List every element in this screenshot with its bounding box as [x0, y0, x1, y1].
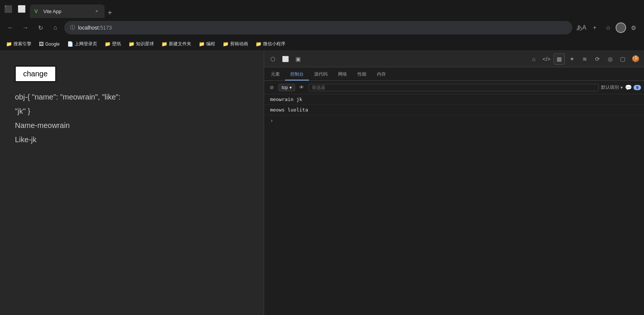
- bookmark-icon: 📁: [105, 41, 111, 47]
- tab-close-button[interactable]: ×: [93, 8, 100, 15]
- source-icon[interactable]: </>: [541, 53, 552, 65]
- context-selector[interactable]: top ▾: [278, 84, 295, 91]
- bookmark-label: 微信小程序: [263, 41, 285, 47]
- bookmark-label: 新建文件夹: [169, 41, 191, 47]
- devtools-tab-源代码[interactable]: 源代码: [309, 69, 333, 80]
- wifi-icon[interactable]: ≋: [579, 53, 590, 65]
- bookmark-label: 知识星球: [136, 41, 154, 47]
- like-line: Like-jk: [15, 134, 249, 146]
- url-host: localhost:: [78, 25, 100, 31]
- message-count-badge: 9: [634, 85, 641, 90]
- memory-icon[interactable]: ◎: [604, 53, 616, 65]
- obj-line2: "jk" }: [15, 105, 249, 117]
- active-tab[interactable]: V Vite App ×: [30, 4, 105, 18]
- bookmark-label: 编程: [206, 41, 215, 47]
- bookmark-label: 壁纸: [112, 41, 121, 47]
- bookmark-item[interactable]: 📄上网登录页: [64, 39, 100, 49]
- content-area: change obj-{ "name": "meowrain", "like":…: [0, 51, 644, 315]
- devtools-tab-控制台[interactable]: 控制台: [285, 69, 309, 80]
- nav-bar: ← → ↻ ⌂ ⓘ localhost:5173 あA + ☆ ⚙: [0, 18, 644, 37]
- address-bar[interactable]: ⓘ localhost:5173: [64, 21, 572, 34]
- application-icon[interactable]: ▢: [617, 53, 628, 65]
- profile-button[interactable]: [616, 22, 626, 33]
- translate-button[interactable]: あA: [575, 22, 587, 34]
- log-level-selector[interactable]: 默认级别 ▾: [601, 84, 623, 91]
- devtools-tab-网络[interactable]: 网络: [333, 69, 352, 80]
- nav-right-icons: あA + ☆ ⚙: [575, 22, 640, 34]
- bookmark-label: 上网登录页: [75, 41, 97, 47]
- bookmark-icon: 📄: [67, 41, 73, 47]
- devtools-tab-内存[interactable]: 内存: [372, 69, 391, 80]
- devtools-tab-性能[interactable]: 性能: [352, 69, 372, 80]
- url-port: 5173: [100, 25, 112, 31]
- bookmark-icon: 📁: [6, 41, 12, 47]
- back-button[interactable]: ←: [4, 22, 16, 34]
- cookie-icon[interactable]: 🍪: [630, 53, 641, 65]
- home-button[interactable]: ⌂: [49, 22, 61, 34]
- tab-title: Vite App: [43, 9, 61, 14]
- bookmark-icon: 📁: [199, 41, 205, 47]
- console-output: meowrain jkmeows luolita›: [264, 94, 644, 315]
- tab-favicon: V: [34, 8, 40, 14]
- devtools-tabs: 元素控制台源代码网络性能内存: [264, 67, 644, 81]
- eye-button[interactable]: 👁: [297, 83, 306, 92]
- context-label: top: [282, 85, 288, 90]
- devtools-toolbar: ⬡ ⬜ ▣ ⌂ </> ▦ ✶ ≋ ⟳ ◎ ▢ 🍪: [264, 51, 644, 67]
- devtools-panel: ⬡ ⬜ ▣ ⌂ </> ▦ ✶ ≋ ⟳ ◎ ▢ 🍪 元素控制台源代码网络性能内存…: [264, 51, 644, 315]
- console-prompt[interactable]: ›: [264, 115, 644, 126]
- bookmark-item[interactable]: 📁新建文件夹: [158, 39, 194, 49]
- log-level-dropdown-icon: ▾: [620, 85, 623, 90]
- tab-bar: V Vite App × +: [30, 0, 641, 18]
- reload-button[interactable]: ↻: [34, 22, 46, 34]
- bookmark-icon: 📁: [223, 41, 229, 47]
- bookmark-item[interactable]: 📁壁纸: [102, 39, 124, 49]
- inspect-element-icon[interactable]: ⬡: [267, 53, 278, 65]
- bookmarks-bar: 📁搜索引擎🖼Google📄上网登录页📁壁纸📁知识星球📁新建文件夹📁编程📁剪辑动画…: [0, 37, 644, 51]
- zoom-button[interactable]: +: [589, 22, 601, 34]
- new-tab-button[interactable]: +: [105, 7, 115, 18]
- bookmark-item[interactable]: 📁搜索引擎: [3, 39, 34, 49]
- message-badge-container: 💬 9: [625, 84, 641, 91]
- performance-icon[interactable]: ⟳: [592, 53, 603, 65]
- bookmark-item[interactable]: 🖼Google: [36, 40, 63, 48]
- message-icon: 💬: [625, 84, 632, 91]
- change-button[interactable]: change: [15, 66, 56, 82]
- bookmark-item[interactable]: 📁知识星球: [126, 39, 157, 49]
- site-info-icon[interactable]: ⓘ: [70, 24, 75, 31]
- forward-button[interactable]: →: [19, 22, 31, 34]
- bookmark-icon: 📁: [161, 41, 167, 47]
- home-devtools-icon[interactable]: ⌂: [528, 53, 539, 65]
- address-text: localhost:5173: [78, 25, 566, 31]
- log-level-label: 默认级别: [601, 84, 619, 91]
- extensions-button[interactable]: ⚙: [628, 22, 640, 34]
- console-toolbar: ⊘ top ▾ 👁 默认级别 ▾ 💬 9: [264, 81, 644, 94]
- bookmark-label: 剪辑动画: [230, 41, 248, 47]
- console-devtools-icon[interactable]: ▦: [554, 53, 565, 65]
- bookmark-icon: 📁: [129, 41, 134, 47]
- title-bar: ⬛ ⬜ V Vite App × +: [0, 0, 644, 18]
- sidebar-toggle-icon[interactable]: ▣: [292, 53, 304, 65]
- bookmark-label: 搜索引擎: [13, 41, 31, 47]
- issues-icon[interactable]: ✶: [566, 53, 578, 65]
- page-content: change obj-{ "name": "meowrain", "like":…: [0, 51, 264, 315]
- bookmark-item[interactable]: 📁微信小程序: [253, 39, 288, 49]
- device-emulation-icon[interactable]: ⬜: [280, 53, 291, 65]
- bookmark-label: Google: [45, 42, 60, 47]
- bookmark-icon: 🖼: [39, 41, 44, 47]
- name-line: Name-meowrain: [15, 119, 249, 131]
- tab-strip-icon[interactable]: ⬛: [3, 4, 13, 14]
- clear-console-button[interactable]: ⊘: [267, 83, 276, 92]
- bookmark-item[interactable]: 📁剪辑动画: [220, 39, 251, 49]
- console-line: meowrain jk: [264, 94, 644, 105]
- obj-line1: obj-{ "name": "meowrain", "like":: [15, 91, 249, 103]
- bookmark-item[interactable]: 📁编程: [196, 39, 218, 49]
- console-line: meows luolita: [264, 105, 644, 115]
- devtools-tab-元素[interactable]: 元素: [266, 69, 285, 80]
- window-icon[interactable]: ⬜: [16, 4, 27, 14]
- filter-input[interactable]: [309, 84, 599, 91]
- prompt-arrow: ›: [270, 117, 273, 123]
- context-dropdown-icon: ▾: [290, 85, 292, 90]
- bookmark-button[interactable]: ☆: [602, 22, 614, 34]
- bookmark-icon: 📁: [256, 41, 261, 47]
- browser-left-controls: ⬛ ⬜: [3, 4, 27, 14]
